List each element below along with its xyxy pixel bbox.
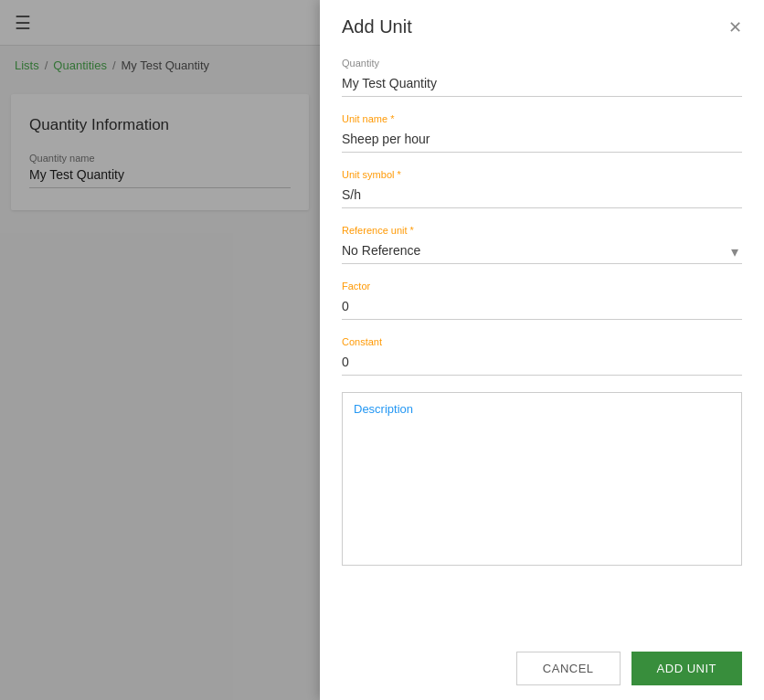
constant-input[interactable] <box>342 351 742 376</box>
add-unit-button[interactable]: ADD UNIT <box>631 652 742 685</box>
unit-name-input[interactable] <box>342 128 742 153</box>
quantity-field: Quantity My Test Quantity <box>342 58 742 97</box>
constant-field: Constant <box>342 336 742 376</box>
factor-input[interactable] <box>342 295 742 320</box>
quantity-field-label: Quantity <box>342 58 742 69</box>
close-button[interactable]: ✕ <box>728 19 742 36</box>
reference-unit-field: Reference unit * No Reference ▾ <box>342 225 742 264</box>
dialog-header: Add Unit ✕ <box>320 0 764 50</box>
factor-label: Factor <box>342 281 742 292</box>
unit-symbol-label: Unit symbol * <box>342 169 742 180</box>
quantity-field-value: My Test Quantity <box>342 72 742 97</box>
unit-name-field: Unit name * <box>342 113 742 153</box>
cancel-button[interactable]: CANCEL <box>516 652 621 685</box>
constant-label: Constant <box>342 336 742 347</box>
dialog-body: Quantity My Test Quantity Unit name * Un… <box>320 50 764 637</box>
unit-name-label: Unit name * <box>342 113 742 124</box>
reference-unit-select[interactable]: No Reference <box>342 239 742 263</box>
reference-unit-label: Reference unit * <box>342 225 742 236</box>
description-textarea[interactable] <box>342 392 742 566</box>
unit-symbol-input[interactable] <box>342 184 742 208</box>
dialog-footer: CANCEL ADD UNIT <box>320 637 764 700</box>
reference-unit-select-wrapper: No Reference ▾ <box>342 239 742 264</box>
factor-field: Factor <box>342 281 742 320</box>
description-field <box>342 392 742 569</box>
add-unit-dialog: Add Unit ✕ Quantity My Test Quantity Uni… <box>320 0 764 700</box>
dialog-title: Add Unit <box>342 16 412 37</box>
unit-symbol-field: Unit symbol * <box>342 169 742 208</box>
